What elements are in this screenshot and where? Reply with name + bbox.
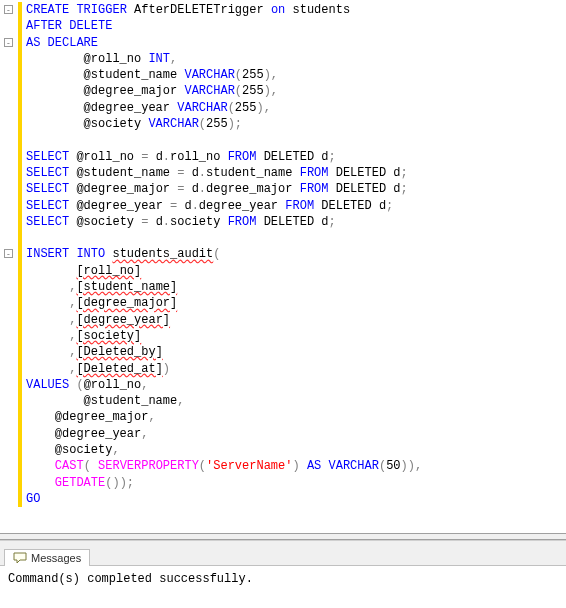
gutter (0, 18, 24, 34)
gutter (0, 458, 24, 474)
code-text (24, 132, 33, 148)
code-text: @society, (24, 442, 120, 458)
code-text: SELECT @degree_major = d.degree_major FR… (24, 181, 408, 197)
gutter (0, 361, 24, 377)
code-line[interactable]: ,[Deleted_at]) (0, 361, 566, 377)
code-text: ,[society] (24, 328, 141, 344)
code-text: ,[Deleted_at]) (24, 361, 170, 377)
code-line[interactable]: GO (0, 491, 566, 507)
code-text: CAST( SERVERPROPERTY('ServerName') AS VA… (24, 458, 422, 474)
gutter (0, 198, 24, 214)
code-text: @degree_year VARCHAR(255), (24, 100, 271, 116)
results-pane: Messages Command(s) completed successful… (0, 540, 566, 606)
gutter (0, 393, 24, 409)
gutter (0, 312, 24, 328)
code-line[interactable]: @degree_major VARCHAR(255), (0, 83, 566, 99)
code-line[interactable]: ,[society] (0, 328, 566, 344)
code-line[interactable]: ,[Deleted_by] (0, 344, 566, 360)
gutter (0, 116, 24, 132)
tab-messages-label: Messages (31, 552, 81, 564)
code-line[interactable]: GETDATE()); (0, 475, 566, 491)
gutter (0, 51, 24, 67)
code-text: VALUES (@roll_no, (24, 377, 148, 393)
code-text: ,[Deleted_by] (24, 344, 163, 360)
fold-toggle-icon[interactable]: - (4, 38, 13, 47)
gutter (0, 344, 24, 360)
gutter (0, 295, 24, 311)
code-line[interactable]: @student_name, (0, 393, 566, 409)
pane-splitter[interactable] (0, 533, 566, 540)
code-text: AFTER DELETE (24, 18, 112, 34)
code-line[interactable]: @society, (0, 442, 566, 458)
gutter (0, 263, 24, 279)
code-line[interactable]: SELECT @student_name = d.student_name FR… (0, 165, 566, 181)
gutter (0, 491, 24, 507)
code-line[interactable]: -AS DECLARE (0, 35, 566, 51)
gutter: - (0, 246, 24, 262)
code-line[interactable]: @degree_year, (0, 426, 566, 442)
gutter (0, 214, 24, 230)
gutter (0, 100, 24, 116)
sql-code-editor[interactable]: -CREATE TRIGGER AfterDELETETrigger on st… (0, 0, 566, 533)
code-line[interactable]: ,[student_name] (0, 279, 566, 295)
gutter (0, 377, 24, 393)
code-line[interactable]: CAST( SERVERPROPERTY('ServerName') AS VA… (0, 458, 566, 474)
code-line[interactable]: SELECT @roll_no = d.roll_no FROM DELETED… (0, 149, 566, 165)
fold-toggle-icon[interactable]: - (4, 5, 13, 14)
code-text: @student_name VARCHAR(255), (24, 67, 278, 83)
gutter (0, 409, 24, 425)
code-line[interactable]: SELECT @degree_major = d.degree_major FR… (0, 181, 566, 197)
code-text: @student_name, (24, 393, 184, 409)
code-text: CREATE TRIGGER AfterDELETETrigger on stu… (24, 2, 350, 18)
gutter (0, 442, 24, 458)
code-line[interactable]: @degree_major, (0, 409, 566, 425)
results-tab-strip: Messages (0, 541, 566, 566)
code-text: SELECT @degree_year = d.degree_year FROM… (24, 198, 393, 214)
code-line[interactable]: SELECT @society = d.society FROM DELETED… (0, 214, 566, 230)
gutter (0, 426, 24, 442)
code-line[interactable] (0, 230, 566, 246)
code-text: AS DECLARE (24, 35, 98, 51)
code-line[interactable]: @roll_no INT, (0, 51, 566, 67)
code-text: @degree_major VARCHAR(255), (24, 83, 278, 99)
code-text: @degree_year, (24, 426, 148, 442)
code-text: ,[student_name] (24, 279, 177, 295)
code-line[interactable] (0, 132, 566, 148)
code-line[interactable]: ,[degree_major] (0, 295, 566, 311)
code-text: ,[degree_year] (24, 312, 170, 328)
gutter (0, 67, 24, 83)
messages-output[interactable]: Command(s) completed successfully. (0, 566, 566, 592)
code-line[interactable]: VALUES (@roll_no, (0, 377, 566, 393)
gutter (0, 132, 24, 148)
fold-toggle-icon[interactable]: - (4, 249, 13, 258)
code-line[interactable]: -CREATE TRIGGER AfterDELETETrigger on st… (0, 2, 566, 18)
code-line[interactable]: @student_name VARCHAR(255), (0, 67, 566, 83)
code-line[interactable]: -INSERT INTO students_audit( (0, 246, 566, 262)
code-text: SELECT @roll_no = d.roll_no FROM DELETED… (24, 149, 336, 165)
code-text: @society VARCHAR(255); (24, 116, 242, 132)
gutter (0, 181, 24, 197)
gutter (0, 83, 24, 99)
code-text: SELECT @society = d.society FROM DELETED… (24, 214, 336, 230)
code-text: GETDATE()); (24, 475, 134, 491)
code-text: INSERT INTO students_audit( (24, 246, 220, 262)
code-line[interactable]: AFTER DELETE (0, 18, 566, 34)
gutter: - (0, 35, 24, 51)
code-line[interactable]: [roll_no] (0, 263, 566, 279)
code-line[interactable]: @degree_year VARCHAR(255), (0, 100, 566, 116)
code-text: @degree_major, (24, 409, 156, 425)
gutter (0, 328, 24, 344)
code-text: ,[degree_major] (24, 295, 177, 311)
gutter: - (0, 2, 24, 18)
code-text: @roll_no INT, (24, 51, 177, 67)
gutter (0, 165, 24, 181)
messages-text: Command(s) completed successfully. (8, 572, 253, 586)
gutter (0, 149, 24, 165)
code-line[interactable]: @society VARCHAR(255); (0, 116, 566, 132)
code-line[interactable]: ,[degree_year] (0, 312, 566, 328)
tab-messages[interactable]: Messages (4, 549, 90, 566)
gutter (0, 279, 24, 295)
gutter (0, 475, 24, 491)
code-line[interactable]: SELECT @degree_year = d.degree_year FROM… (0, 198, 566, 214)
code-text (24, 230, 33, 246)
